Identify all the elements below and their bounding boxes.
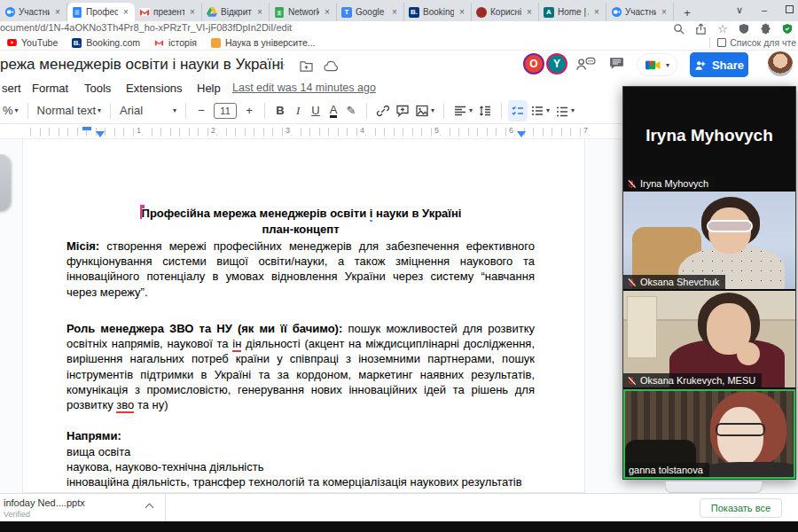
tab-close-icon[interactable]: × — [121, 7, 130, 17]
menu-format[interactable]: Format — [32, 82, 68, 95]
tab-close-icon[interactable]: × — [660, 7, 669, 17]
browser-tab[interactable]: Участник пу × — [0, 3, 67, 21]
text-color-button[interactable]: A — [325, 100, 342, 121]
collaborator-avatar[interactable]: Y — [546, 53, 567, 74]
last-edit-link[interactable]: Last edit was 14 minutes ago — [232, 82, 376, 94]
insert-link-icon[interactable] — [373, 100, 393, 121]
bookmark-booking[interactable]: B. Booking.com — [72, 37, 140, 48]
left-indent-marker[interactable] — [96, 131, 105, 137]
google-sheets-icon — [274, 7, 285, 18]
video-strip-more-button[interactable] — [665, 481, 763, 493]
participant-video-krukevych[interactable]: Oksana Krukevych, MESU — [623, 291, 795, 387]
tab-close-icon[interactable]: × — [255, 7, 264, 17]
menu-extensions[interactable]: Extensions — [126, 82, 183, 95]
presence-call-icon[interactable] — [575, 56, 596, 72]
font-size-field[interactable]: 11 — [214, 103, 237, 119]
new-tab-button[interactable]: + — [677, 4, 697, 21]
decrease-font-button[interactable]: − — [192, 100, 210, 121]
align-icon[interactable]: ▾ — [450, 100, 475, 121]
security-shield-icon[interactable] — [782, 23, 793, 35]
meet-button[interactable]: ▾ — [637, 53, 677, 76]
font-select[interactable]: Arial▾ — [117, 100, 179, 121]
move-folder-icon[interactable] — [300, 60, 313, 72]
bookmark-label: Booking.com — [86, 37, 140, 48]
browser-tab[interactable]: Відкриті для × — [202, 3, 270, 21]
menu-tools[interactable]: Tools — [84, 82, 111, 95]
profile-chevron-icon[interactable]: ∨ — [734, 4, 745, 16]
browser-tab[interactable]: презентаці × — [135, 3, 202, 21]
document-title[interactable]: режа менеджерів освіти і науки в Україні — [0, 56, 284, 74]
share-button[interactable]: Share — [690, 52, 748, 77]
tab-title: Корисні мат — [490, 7, 521, 17]
document-page[interactable]: Професійна мережа менеджерів освіти і на… — [22, 139, 585, 493]
chevron-down-icon: ▾ — [431, 106, 434, 114]
participant-video-tolstanova[interactable]: ganna tolstanova — [623, 389, 795, 479]
zoom-icon — [4, 7, 15, 18]
tab-close-icon[interactable]: × — [188, 7, 197, 17]
comment-history-icon[interactable] — [608, 56, 625, 71]
browser-tab[interactable]: Корисні мат × — [472, 3, 539, 21]
bookmark-youtube[interactable]: YouTube — [7, 37, 58, 48]
bookmark-science[interactable]: Наука в університе... — [211, 37, 316, 48]
maximize-icon[interactable] — [784, 4, 794, 15]
participant-name: Iryna Myhovych — [640, 178, 708, 189]
tab-close-icon[interactable]: × — [592, 7, 601, 17]
bulleted-list-icon[interactable]: ▾ — [528, 100, 552, 121]
increase-font-button[interactable]: + — [240, 100, 258, 121]
checklist-icon[interactable] — [508, 100, 528, 121]
bold-button[interactable]: B — [271, 100, 289, 121]
screen: Участник пу × Професійна × презентаці × … — [0, 0, 798, 532]
browser-tab[interactable]: T Google Trans × — [337, 3, 404, 21]
tab-close-icon[interactable]: × — [525, 7, 534, 17]
browser-tab[interactable]: A Home | AUA × — [539, 3, 606, 21]
adblock-shield-icon[interactable] — [739, 23, 749, 35]
underline-button[interactable]: U — [307, 100, 325, 121]
side-panel-handle[interactable] — [0, 154, 11, 211]
docs-toolbar: %▾ Normal text▾ Arial▾ − 11 + B I U A ✎ … — [0, 98, 623, 124]
chevron-down-icon: ▾ — [571, 106, 575, 114]
minimize-icon[interactable]: – — [759, 4, 770, 15]
chevron-up-icon[interactable] — [145, 504, 154, 512]
participant-video-shevchuk[interactable]: Oksana Shevchuk — [623, 192, 795, 289]
tab-close-icon[interactable]: × — [323, 7, 332, 17]
add-comment-icon[interactable] — [393, 100, 412, 121]
zoom-meeting-window[interactable]: Iryna Myhovych Iryna Myhovych Oksana She… — [622, 86, 796, 480]
participant-label: Oksana Shevchuk — [623, 275, 725, 289]
zoom-select[interactable]: %▾ — [0, 100, 21, 121]
zoom-page-icon[interactable] — [673, 23, 685, 35]
user-avatar[interactable] — [768, 51, 793, 76]
participant-video-iryna[interactable]: Iryna Myhovych Iryna Myhovych — [623, 87, 795, 191]
collaborator-avatar[interactable]: O — [523, 53, 544, 74]
participant-name: ganna tolstanova — [629, 465, 703, 475]
share-page-icon[interactable] — [695, 23, 707, 35]
line-spacing-icon[interactable] — [475, 100, 495, 121]
tab-close-icon[interactable]: × — [390, 7, 399, 17]
menu-insert[interactable]: sert — [2, 82, 21, 95]
browser-tab[interactable]: Network_Con × — [270, 3, 337, 21]
star-icon[interactable]: ☆ — [275, 59, 286, 73]
extensions-puzzle-icon[interactable] — [760, 23, 771, 35]
browser-tab-active[interactable]: Професійна × — [67, 3, 135, 21]
bookmark-gmail[interactable]: історія — [154, 37, 197, 48]
chevron-down-icon: ▾ — [98, 106, 101, 114]
bookmark-star-icon[interactable]: ☆ — [717, 22, 728, 35]
first-line-indent-marker[interactable] — [82, 127, 91, 130]
right-indent-marker[interactable] — [517, 131, 526, 137]
menu-help[interactable]: Help — [197, 82, 221, 95]
download-item[interactable]: infoday Ned....pptx Verified — [0, 494, 166, 522]
reading-list-button[interactable]: Список для чте — [709, 37, 796, 48]
italic-button[interactable]: I — [289, 100, 307, 121]
document-status-cloud-icon[interactable] — [324, 60, 339, 72]
numbered-list-icon[interactable]: ▾ — [552, 100, 577, 121]
insert-image-icon[interactable]: ▾ — [412, 100, 437, 121]
browser-tab[interactable]: Участник пу × — [606, 3, 674, 21]
paragraph-style-select[interactable]: Normal text▾ — [35, 100, 104, 121]
reading-list-label: Список для чте — [730, 37, 796, 48]
highlight-color-button[interactable]: ✎ — [342, 100, 360, 121]
url-field[interactable]: ocument/d/1N-4aOKNo3Th4Pr8_ho-xPRzTr_VI-… — [0, 22, 292, 33]
text-color-glyph: A — [330, 104, 338, 118]
show-all-downloads-button[interactable]: Показать все — [700, 498, 782, 518]
browser-tab[interactable]: B. Booking.com × — [404, 3, 472, 21]
tab-close-icon[interactable]: × — [53, 7, 62, 17]
tab-close-icon[interactable]: × — [458, 7, 466, 17]
